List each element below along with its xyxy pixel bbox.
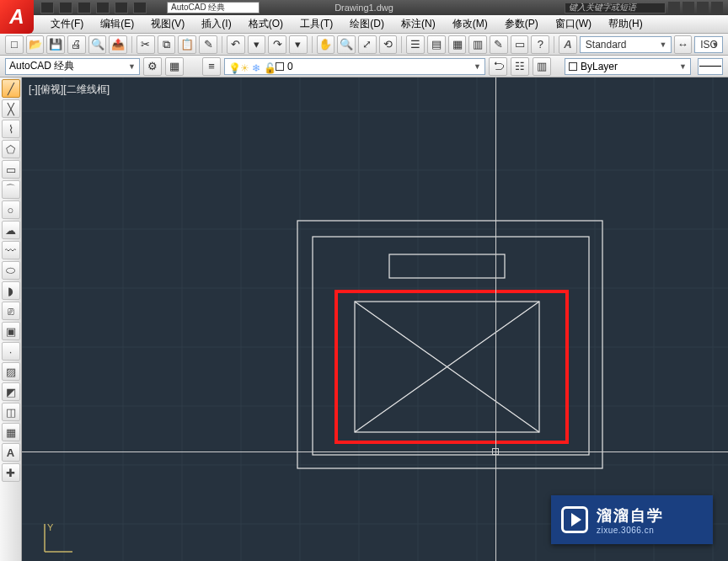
search-placeholder: 键入关键字或短语 <box>569 2 636 13</box>
open-icon[interactable]: 📂 <box>26 35 45 54</box>
workspace-dropdown-label: AutoCAD 经典 <box>171 2 225 13</box>
menu-file[interactable]: 文件(F) <box>42 15 92 33</box>
undo-icon[interactable]: ↶ <box>227 35 245 54</box>
design-center-icon[interactable]: ▤ <box>427 35 446 54</box>
ellipse-arc-tool-icon[interactable]: ◗ <box>2 281 20 300</box>
arc-tool-icon[interactable]: ⌒ <box>2 180 20 199</box>
region-tool-icon[interactable]: ◫ <box>2 403 20 421</box>
rectangle-tool-icon[interactable]: ▭ <box>2 160 20 179</box>
crosshair-vertical <box>495 77 496 561</box>
zoom-prev-icon[interactable]: ⟲ <box>379 35 398 54</box>
make-block-tool-icon[interactable]: ▣ <box>2 322 20 340</box>
menu-window[interactable]: 窗口(W) <box>547 15 600 33</box>
cut-icon[interactable]: ✂ <box>136 35 155 54</box>
print-icon[interactable]: 🖨 <box>67 35 86 54</box>
layer-dropdown[interactable]: 💡 ☀ ❄ 🔓 0 <box>224 58 485 75</box>
text-style-dropdown[interactable]: Standard <box>580 36 672 53</box>
save-icon[interactable]: 💾 <box>46 35 65 54</box>
watermark-line2: zixue.3066.cn <box>597 526 664 535</box>
help-toolbar-icon[interactable]: ? <box>531 35 549 54</box>
linetype-dropdown[interactable] <box>698 58 723 75</box>
menu-edit[interactable]: 编辑(E) <box>92 15 142 33</box>
markup-icon[interactable]: ✎ <box>490 35 508 54</box>
app-menu-button[interactable]: A <box>0 0 34 34</box>
ellipse-tool-icon[interactable]: ⬭ <box>2 261 20 280</box>
signin-icon[interactable] <box>682 2 694 13</box>
menu-draw[interactable]: 绘图(D) <box>341 15 393 33</box>
qat-new-icon[interactable] <box>40 2 54 13</box>
match-icon[interactable]: ✎ <box>199 35 217 54</box>
search-input[interactable]: 键入关键字或短语 <box>565 3 666 13</box>
addselected-tool-icon[interactable]: ✚ <box>2 463 20 482</box>
insert-block-tool-icon[interactable]: ⎚ <box>2 302 20 320</box>
dim-style-label: ISO <box>700 39 718 51</box>
polygon-tool-icon[interactable]: ⬠ <box>2 140 20 158</box>
point-tool-icon[interactable]: · <box>2 342 20 361</box>
color-swatch <box>569 62 577 71</box>
table-tool-icon[interactable]: ▦ <box>2 423 20 441</box>
calc-icon[interactable]: ▭ <box>511 35 529 54</box>
text-style-label: Standard <box>586 39 627 51</box>
search-icon[interactable] <box>668 2 680 13</box>
copy-icon[interactable]: ⧉ <box>158 35 176 54</box>
crosshair-horizontal <box>22 451 728 452</box>
help-icon[interactable] <box>711 2 723 13</box>
layer-isolate-icon[interactable]: ▥ <box>533 57 551 76</box>
workspace-select-label: AutoCAD 经典 <box>9 59 74 73</box>
spline-tool-icon[interactable]: 〰 <box>2 241 20 259</box>
color-dropdown[interactable]: ByLayer <box>565 58 691 75</box>
menu-parametric[interactable]: 参数(P) <box>496 15 547 33</box>
menu-insert[interactable]: 插入(I) <box>193 15 239 33</box>
workspace-save-icon[interactable]: ▦ <box>165 57 184 76</box>
circle-tool-icon[interactable]: ○ <box>2 200 20 219</box>
gradient-tool-icon[interactable]: ◩ <box>2 382 20 401</box>
watermark: 溜溜自学 zixue.3066.cn <box>551 495 713 544</box>
tool-palettes-icon[interactable]: ▦ <box>448 35 467 54</box>
qat-undo-icon[interactable] <box>96 2 110 13</box>
toolbar-separator <box>312 36 313 53</box>
redo-dropdown-icon[interactable]: ▾ <box>289 35 308 54</box>
standard-toolbar: □ 📂 💾 🖨 🔍 📤 ✂ ⧉ 📋 ✎ ↶ ▾ ↷ ▾ ✋ 🔍 ⤢ ⟲ ☰ ▤ … <box>0 34 728 56</box>
pan-icon[interactable]: ✋ <box>317 35 335 54</box>
qat-redo-icon[interactable] <box>115 2 128 13</box>
layer-sun-icon: ☀ <box>240 62 249 71</box>
text-style-icon[interactable]: A <box>559 35 577 54</box>
autocad-logo-icon: A <box>9 5 24 29</box>
zoom-window-icon[interactable]: ⤢ <box>358 35 377 54</box>
menu-view[interactable]: 视图(V) <box>142 15 193 33</box>
exchange-icon[interactable] <box>697 2 709 13</box>
preview-icon[interactable]: 🔍 <box>88 35 107 54</box>
properties-icon[interactable]: ☰ <box>406 35 425 54</box>
menu-help[interactable]: 帮助(H) <box>600 15 651 33</box>
paste-icon[interactable]: 📋 <box>178 35 196 54</box>
qat-open-icon[interactable] <box>59 2 72 13</box>
dim-style-icon[interactable]: ↔ <box>674 35 693 54</box>
sheetset-icon[interactable]: ▥ <box>468 35 487 54</box>
menu-format[interactable]: 格式(O) <box>240 15 292 33</box>
menu-dimension[interactable]: 标注(N) <box>393 15 444 33</box>
workspace-select[interactable]: AutoCAD 经典 <box>5 58 140 75</box>
undo-dropdown-icon[interactable]: ▾ <box>248 35 266 54</box>
layer-prev-icon[interactable]: ⮌ <box>489 57 507 76</box>
dim-style-dropdown[interactable]: ISO <box>694 36 723 53</box>
revcloud-tool-icon[interactable]: ☁ <box>2 221 20 239</box>
line-tool-icon[interactable]: ╱ <box>2 79 20 98</box>
ucs-y-label: Y <box>47 522 54 532</box>
mtext-tool-icon[interactable]: A <box>2 443 20 462</box>
redo-icon[interactable]: ↷ <box>268 35 286 54</box>
layer-states-icon[interactable]: ☷ <box>511 57 529 76</box>
polyline-tool-icon[interactable]: ⌇ <box>2 120 20 138</box>
publish-icon[interactable]: 📤 <box>109 35 127 54</box>
new-icon[interactable]: □ <box>5 35 24 54</box>
layer-manager-icon[interactable]: ≡ <box>202 57 221 76</box>
qat-save-icon[interactable] <box>78 2 91 13</box>
zoom-realtime-icon[interactable]: 🔍 <box>337 35 356 54</box>
workspace-dropdown-title[interactable]: AutoCAD 经典 <box>167 2 260 13</box>
menu-tools[interactable]: 工具(T) <box>292 15 341 33</box>
xline-tool-icon[interactable]: ╳ <box>2 99 20 118</box>
qat-print-icon[interactable] <box>133 2 147 13</box>
workspace-settings-icon[interactable]: ⚙ <box>143 57 162 76</box>
hatch-tool-icon[interactable]: ▨ <box>2 362 20 381</box>
menu-modify[interactable]: 修改(M) <box>444 15 496 33</box>
drawing-canvas[interactable]: [-][俯视][二维线框] Y 溜溜自学 zixue.3066.cn <box>22 77 728 561</box>
